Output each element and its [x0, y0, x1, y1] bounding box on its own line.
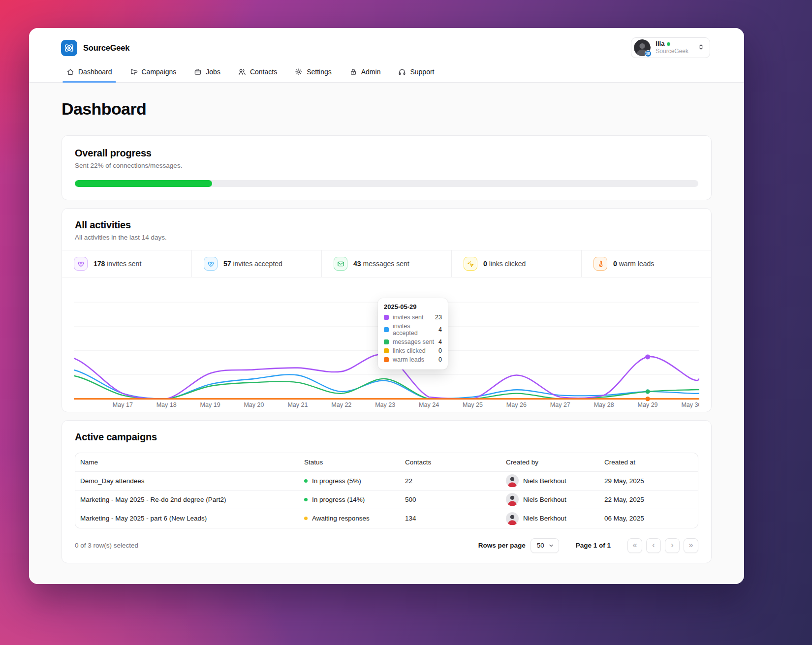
svg-text:May 27: May 27: [550, 401, 570, 408]
status-text: In progress (5%): [312, 477, 361, 485]
nav-item-dashboard[interactable]: Dashboard: [65, 63, 113, 82]
next-page-icon: ›: [671, 541, 673, 549]
sourcegeek-logo-icon: [61, 40, 77, 56]
all-activities-card: All activities All activities in the las…: [62, 208, 712, 412]
nav-item-label: Dashboard: [78, 68, 112, 76]
avatar: [506, 493, 519, 506]
table-row: Marketing - May 2025 - part 6 (New Leads…: [75, 509, 698, 528]
stat-label: links clicked: [489, 260, 526, 268]
created-by-name: Niels Berkhout: [523, 477, 566, 485]
org-badge-icon: [645, 50, 652, 57]
column-header-status: Status: [299, 459, 400, 466]
tooltip-series-value: 0: [438, 347, 442, 354]
heart-check-icon: [204, 257, 218, 271]
stat-warm-leads: 0 warm leads: [582, 250, 711, 277]
presence-dot: [667, 42, 670, 46]
rows-per-page-select[interactable]: 50: [531, 538, 559, 553]
stat-invites-sent: 178 invites sent: [62, 250, 192, 277]
brand-name: SourceGeek: [83, 43, 129, 53]
home-icon: [66, 68, 74, 76]
stat-value: 43: [353, 260, 361, 268]
user-menu[interactable]: Ilia SourceGeek: [631, 37, 710, 58]
next-page-button[interactable]: ›: [665, 538, 680, 553]
legend-swatch: [384, 339, 389, 344]
overall-progress-subtitle: Sent 22% of connections/messages.: [75, 162, 698, 169]
tooltip-series-value: 23: [435, 314, 442, 321]
header: SourceGeek: [29, 28, 744, 83]
tooltip-row: links clicked 0: [384, 347, 442, 354]
nav-item-label: Admin: [361, 68, 381, 76]
user-avatar: [634, 39, 651, 56]
svg-text:May 23: May 23: [375, 401, 395, 408]
rows-per-page-value: 50: [537, 542, 544, 549]
contacts-count: 22: [400, 477, 501, 485]
created-by-name: Niels Berkhout: [523, 515, 566, 522]
status-dot: [304, 517, 308, 520]
rows-per-page-label: Rows per page: [478, 542, 526, 549]
previous-page-button[interactable]: ‹: [646, 538, 661, 553]
legend-swatch: [384, 348, 389, 353]
nav-item-contacts[interactable]: Contacts: [237, 63, 278, 82]
table-footer: 0 of 3 row(s) selected Rows per page 50 …: [75, 538, 698, 553]
tooltip-row: invites accepted 4: [384, 323, 442, 337]
nav-item-label: Settings: [307, 68, 332, 76]
status-dot: [304, 498, 308, 501]
last-page-button[interactable]: »: [684, 538, 698, 553]
first-page-icon: «: [633, 541, 637, 549]
tooltip-row: warm leads 0: [384, 356, 442, 363]
stat-links-clicked: 0 links clicked: [452, 250, 582, 277]
nav-item-settings[interactable]: Settings: [294, 63, 333, 82]
avatar: [506, 474, 519, 487]
contacts-count: 134: [400, 515, 501, 522]
legend-swatch: [384, 357, 389, 362]
legend-swatch: [384, 327, 389, 332]
chart-tooltip: 2025-05-29 invites sent 23 invites accep…: [378, 298, 448, 369]
created-at-date: 22 May, 2025: [599, 496, 698, 503]
svg-text:May 26: May 26: [506, 401, 527, 408]
nav-item-campaigns[interactable]: Campaigns: [129, 63, 178, 82]
thermometer-icon: [593, 257, 607, 271]
activities-subtitle: All activities in the last 14 days.: [75, 234, 698, 241]
campaign-link[interactable]: Demo_Day attendees: [80, 477, 145, 485]
svg-text:May 29: May 29: [638, 401, 658, 408]
table-header-row: NameStatusContactsCreated byCreated at: [75, 453, 698, 472]
tooltip-series-value: 4: [438, 326, 442, 333]
activity-stats-row: 178 invites sent 57 invites accepted 43 …: [62, 250, 711, 277]
status-text: In progress (14%): [312, 496, 365, 503]
avatar: [506, 512, 519, 525]
progress-bar-fill: [75, 180, 212, 187]
tooltip-row: invites sent 23: [384, 314, 442, 321]
table-row: Marketing - May 2025 - Re-do 2nd degree …: [75, 491, 698, 509]
tooltip-series-label: invites accepted: [393, 323, 435, 337]
chevron-down-icon: [548, 543, 554, 549]
svg-text:May 24: May 24: [419, 401, 439, 408]
campaign-link[interactable]: Marketing - May 2025 - Re-do 2nd degree …: [80, 496, 226, 503]
campaign-link[interactable]: Marketing - May 2025 - part 6 (New Leads…: [80, 515, 207, 522]
nav-item-jobs[interactable]: Jobs: [193, 63, 221, 82]
tooltip-series-value: 4: [438, 338, 442, 345]
svg-text:May 25: May 25: [463, 401, 483, 408]
column-header-name: Name: [75, 459, 299, 466]
brand: SourceGeek: [61, 40, 129, 56]
campaigns-table: NameStatusContactsCreated byCreated at D…: [75, 453, 698, 528]
heart-plus-icon: [74, 257, 88, 271]
pagination: «‹›»: [627, 538, 698, 553]
nav-item-support[interactable]: Support: [397, 63, 435, 82]
column-header-contacts: Contacts: [400, 459, 501, 466]
column-header-created-by: Created by: [501, 459, 599, 466]
tooltip-series-label: warm leads: [393, 356, 435, 363]
svg-text:May 30: May 30: [681, 401, 699, 408]
svg-text:May 21: May 21: [287, 401, 308, 408]
tooltip-series-value: 0: [438, 356, 442, 363]
svg-text:May 17: May 17: [113, 401, 133, 408]
first-page-button[interactable]: «: [627, 538, 642, 553]
column-header-created-at: Created at: [599, 459, 698, 466]
svg-text:May 22: May 22: [331, 401, 351, 408]
dashboard-content: Dashboard Overall progress Sent 22% of c…: [29, 83, 744, 584]
tooltip-row: messages sent 4: [384, 338, 442, 345]
created-by-name: Niels Berkhout: [523, 496, 566, 503]
headphones-icon: [398, 68, 406, 76]
nav-item-admin[interactable]: Admin: [348, 63, 382, 82]
last-page-icon: »: [689, 541, 693, 549]
tooltip-series-label: messages sent: [393, 338, 435, 345]
